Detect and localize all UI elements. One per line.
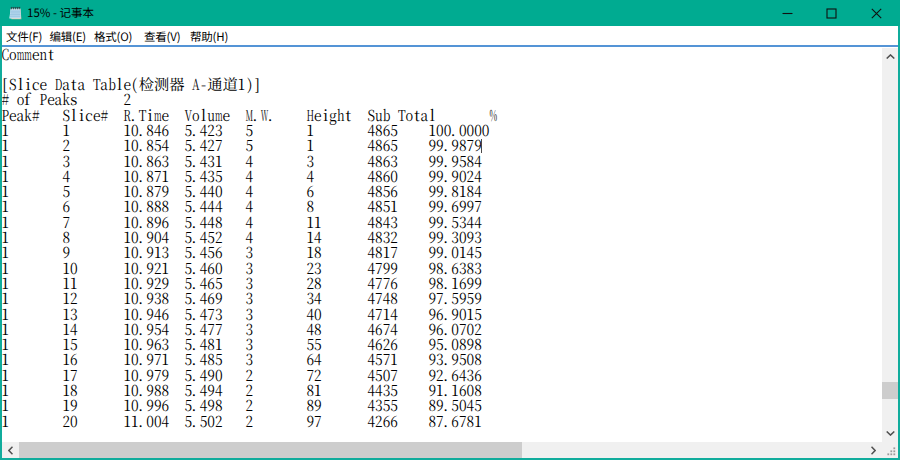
text-cell: 2: [246, 414, 254, 429]
chevron-right-icon: [871, 446, 876, 455]
text-cell: 97: [307, 414, 322, 429]
text-cell: Comment: [2, 47, 55, 62]
chevron-left-icon: [8, 446, 13, 455]
window-controls: [766, 0, 900, 26]
menu-help[interactable]: 帮助(H): [190, 26, 228, 45]
scroll-down-button[interactable]: [882, 425, 898, 442]
chevron-down-icon: [886, 431, 895, 436]
text-caret: [481, 139, 483, 154]
text-cell: 11.004: [124, 414, 170, 429]
minus-icon: [782, 8, 793, 19]
minimize-button[interactable]: [766, 0, 809, 26]
window-title: 15% - 记事本: [27, 0, 94, 25]
menu-format[interactable]: 格式(O): [94, 26, 132, 45]
vertical-scroll-thumb[interactable]: [882, 382, 898, 399]
text-cell: %: [490, 108, 498, 123]
close-button[interactable]: [853, 0, 900, 26]
close-icon: [871, 8, 882, 19]
menu-edit[interactable]: 编辑(E): [50, 26, 87, 45]
maximize-button[interactable]: [809, 0, 853, 26]
text-cell: 87.6781: [429, 414, 482, 429]
menu-file[interactable]: 文件(F): [6, 26, 42, 45]
horizontal-scroll-thumb[interactable]: [19, 442, 522, 458]
scrollbar-corner: [882, 442, 898, 458]
text-cell: 1: [2, 414, 9, 429]
text-cell: 4266: [368, 414, 399, 429]
notepad-window: 15% - 记事本 文件(F) 编辑(E) 格式(O) 查看(V) 帮助(H) …: [0, 0, 900, 460]
menubar: 文件(F) 编辑(E) 格式(O) 查看(V) 帮助(H): [2, 26, 898, 45]
menu-view[interactable]: 查看(V): [144, 26, 180, 45]
notepad-icon: [8, 6, 23, 21]
text-cell: 5.502: [185, 414, 223, 429]
text-cell: 20: [63, 414, 78, 429]
text-area[interactable]: Comment[Slice Data Table(检测器 A-通道1)]# of…: [2, 47, 882, 443]
horizontal-scrollbar[interactable]: [2, 442, 882, 458]
resize-grip-icon: [886, 446, 896, 456]
scroll-left-button[interactable]: [2, 442, 19, 458]
vertical-scrollbar[interactable]: [882, 48, 898, 443]
chevron-up-icon: [886, 54, 895, 59]
scroll-up-button[interactable]: [882, 48, 898, 65]
square-icon: [826, 8, 837, 19]
scroll-right-button[interactable]: [865, 442, 882, 458]
titlebar[interactable]: 15% - 记事本: [0, 0, 900, 26]
